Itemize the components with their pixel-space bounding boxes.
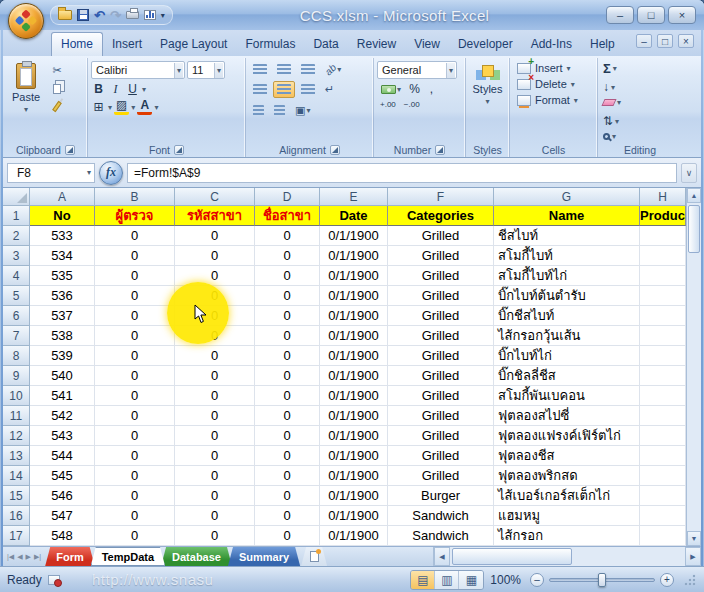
cell-F10[interactable]: Grilled [388, 386, 494, 406]
cell-B17[interactable]: 0 [95, 526, 175, 546]
insert-worksheet-tab[interactable] [301, 547, 327, 566]
formula-input[interactable]: =Form!$A$9 [127, 163, 677, 183]
styles-button[interactable]: Styles ▾ [469, 60, 506, 109]
decrease-indent-button[interactable] [249, 102, 268, 119]
align-middle-button[interactable] [273, 61, 295, 78]
row-header-12[interactable]: 12 [3, 426, 30, 446]
column-header-A[interactable]: A [30, 188, 95, 206]
cell-E13[interactable]: 0/1/1900 [320, 446, 388, 466]
cell-G17[interactable]: ไส้กรอก [494, 526, 640, 546]
cell-G6[interactable]: บิ๊กชีสไบท์ [494, 306, 640, 326]
cell-G2[interactable]: ชีสไบท์ [494, 226, 640, 246]
header-cell-A1[interactable]: No [30, 206, 95, 226]
cell-A5[interactable]: 536 [30, 286, 95, 306]
font-name-select[interactable]: Calibri ▾ [91, 61, 185, 79]
row-header-8[interactable]: 8 [3, 346, 30, 366]
vertical-scroll-track[interactable] [687, 203, 701, 531]
row-header-4[interactable]: 4 [3, 266, 30, 286]
cell-G10[interactable]: สโมกี้พันเบคอน [494, 386, 640, 406]
row-header-9[interactable]: 9 [3, 366, 30, 386]
cell-D15[interactable]: 0 [255, 486, 320, 506]
cell-A11[interactable]: 542 [30, 406, 95, 426]
cell-E16[interactable]: 0/1/1900 [320, 506, 388, 526]
align-top-button[interactable] [249, 61, 271, 78]
cell-G11[interactable]: ฟุตลองสไปซี่ [494, 406, 640, 426]
first-sheet-icon[interactable]: |◀ [6, 551, 15, 563]
italic-button[interactable]: I [108, 81, 123, 97]
row-header-10[interactable]: 10 [3, 386, 30, 406]
clear-button[interactable]: ▾ [601, 97, 679, 108]
cell-F14[interactable]: Grilled [388, 466, 494, 486]
cell-E12[interactable]: 0/1/1900 [320, 426, 388, 446]
cell-F11[interactable]: Grilled [388, 406, 494, 426]
cell-A16[interactable]: 547 [30, 506, 95, 526]
cell-G4[interactable]: สโมกี้ไบท์ไก่ [494, 266, 640, 286]
column-header-F[interactable]: F [388, 188, 494, 206]
row-header-1[interactable]: 1 [3, 206, 30, 226]
cell-G7[interactable]: ไส้กรอกวุ้นเส้น [494, 326, 640, 346]
cell-E17[interactable]: 0/1/1900 [320, 526, 388, 546]
cell-E14[interactable]: 0/1/1900 [320, 466, 388, 486]
font-dialog-launcher[interactable] [174, 145, 184, 155]
row-header-2[interactable]: 2 [3, 226, 30, 246]
cell-E5[interactable]: 0/1/1900 [320, 286, 388, 306]
fill-button[interactable]: ↓▾ [601, 79, 679, 95]
cell-D4[interactable]: 0 [255, 266, 320, 286]
align-right-button[interactable] [297, 81, 319, 98]
vertical-scroll-thumb[interactable] [688, 205, 700, 253]
qat-customize-icon[interactable]: ▾ [161, 11, 165, 20]
zoom-in-button[interactable]: + [660, 573, 674, 587]
cell-B16[interactable]: 0 [95, 506, 175, 526]
header-cell-D1[interactable]: ชื่อสาขา [255, 206, 320, 226]
cell-G16[interactable]: แฮมหมู [494, 506, 640, 526]
macro-record-icon[interactable] [48, 575, 60, 585]
cell-B4[interactable]: 0 [95, 266, 175, 286]
previous-sheet-icon[interactable]: ◀ [16, 551, 23, 563]
column-header-G[interactable]: G [494, 188, 640, 206]
name-box-dropdown-icon[interactable]: ▾ [87, 168, 91, 177]
cell-C17[interactable]: 0 [175, 526, 255, 546]
horizontal-scrollbar[interactable]: ◀ ▶ [433, 547, 701, 566]
wrap-text-button[interactable]: ↵ [321, 80, 338, 99]
cell-D11[interactable]: 0 [255, 406, 320, 426]
scroll-down-icon[interactable]: ▼ [687, 531, 701, 546]
cell-C8[interactable]: 0 [175, 346, 255, 366]
cell-C10[interactable]: 0 [175, 386, 255, 406]
cell-G3[interactable]: สโมกี้ไบท์ [494, 246, 640, 266]
horizontal-scroll-thumb[interactable] [452, 548, 572, 565]
row-header-6[interactable]: 6 [3, 306, 30, 326]
paste-button[interactable]: Paste ▾ [7, 60, 45, 142]
cell-H11[interactable] [640, 406, 686, 426]
cell-D6[interactable]: 0 [255, 306, 320, 326]
cell-H8[interactable] [640, 346, 686, 366]
row-header-3[interactable]: 3 [3, 246, 30, 266]
cell-H3[interactable] [640, 246, 686, 266]
ribbon-tab-add-ins[interactable]: Add-Ins [522, 33, 581, 56]
cell-E7[interactable]: 0/1/1900 [320, 326, 388, 346]
accounting-format-button[interactable]: ▾ [377, 82, 405, 97]
name-box[interactable]: F8 ▾ [7, 163, 95, 183]
cell-A9[interactable]: 540 [30, 366, 95, 386]
autosum-button[interactable]: Σ▾ [601, 60, 679, 77]
ribbon-tab-home[interactable]: Home [51, 32, 103, 56]
header-cell-H1[interactable]: Produc [640, 206, 686, 226]
align-left-button[interactable] [249, 81, 271, 98]
cell-D5[interactable]: 0 [255, 286, 320, 306]
cell-E6[interactable]: 0/1/1900 [320, 306, 388, 326]
cell-G15[interactable]: ไส้เบอร์เกอร์สเต็กไก่ [494, 486, 640, 506]
delete-cells-button[interactable]: Delete ▾ [513, 76, 594, 92]
format-cells-button[interactable]: Format ▾ [513, 92, 594, 108]
office-button[interactable] [8, 3, 44, 39]
column-header-B[interactable]: B [95, 188, 175, 206]
number-format-select[interactable]: General ▾ [377, 61, 457, 79]
cell-A7[interactable]: 538 [30, 326, 95, 346]
font-color-button[interactable]: A [137, 99, 152, 115]
workbook-restore-button[interactable]: □ [657, 34, 673, 48]
save-icon[interactable] [77, 8, 89, 22]
number-dialog-launcher[interactable] [435, 145, 445, 155]
cell-E10[interactable]: 0/1/1900 [320, 386, 388, 406]
decrease-decimal-button[interactable]: −.00 [401, 99, 423, 110]
cell-B2[interactable]: 0 [95, 226, 175, 246]
header-cell-G1[interactable]: Name [494, 206, 640, 226]
ribbon-tab-page-layout[interactable]: Page Layout [151, 33, 236, 56]
